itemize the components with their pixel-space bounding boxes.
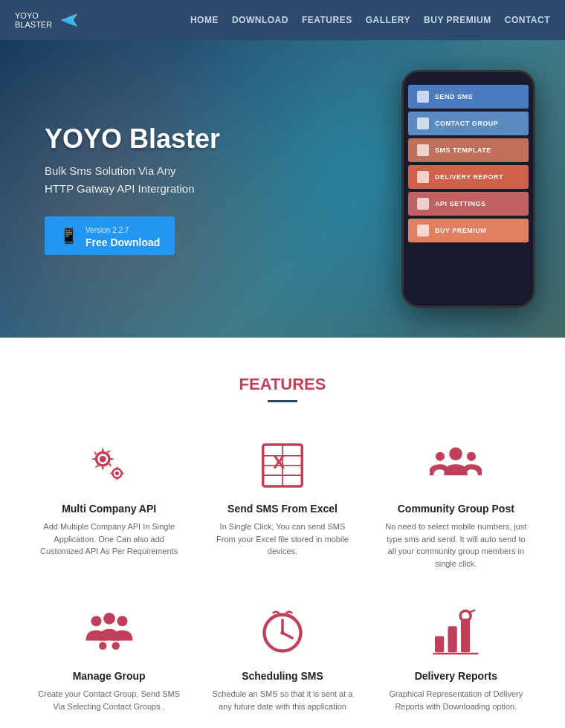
hero-section: YOYO Blaster Bulk Sms Solution Via Any H…	[0, 40, 565, 338]
manage-group-icon	[83, 607, 135, 659]
sms-icon	[417, 91, 429, 103]
nav-contact[interactable]: CONTACT	[505, 15, 550, 25]
phone-menu-sms-template: SMS TEMPLATE	[408, 138, 529, 162]
feature-delivery-reports-name: Delivery Reports	[384, 670, 528, 682]
feature-delivery-reports: Delivery Reports Graphical Representatio…	[377, 599, 535, 720]
download-label: Free Download	[85, 236, 160, 248]
download-version: Version 2.2.7	[85, 226, 129, 234]
svg-rect-24	[435, 636, 444, 652]
download-phone-icon: 📱	[59, 227, 78, 245]
feature-multi-company-name: Multi Company API	[37, 503, 181, 515]
hero-title: YOYO Blaster	[45, 123, 431, 155]
chart-icon	[430, 607, 482, 659]
svg-point-23	[280, 631, 284, 634]
svg-point-12	[450, 448, 463, 461]
nav-links: HOME DOWNLOAD FEATURES GALLERY BUY PREMI…	[190, 15, 550, 25]
brand-logo-icon	[58, 9, 80, 31]
feature-scheduling-desc: Schedule an SMS so that it is sent at a …	[210, 688, 354, 712]
phone-menu-delivery-label: DELIVERY REPORT	[435, 173, 503, 181]
feature-community-name: Community Group Post	[384, 503, 528, 515]
features-grid: Multi Company API Add Multiple Company A…	[30, 432, 535, 720]
hero-content: YOYO Blaster Bulk Sms Solution Via Any H…	[0, 123, 431, 255]
nav-features[interactable]: FEATURES	[302, 15, 352, 25]
phone-menu-api-label: API SETTINGS	[435, 200, 486, 207]
hero-subtitle-line2: HTTP Gatway API Intergration	[45, 182, 194, 195]
svg-point-15	[91, 616, 101, 626]
phone-menu-send-sms: SEND SMS	[408, 85, 529, 109]
svg-point-16	[103, 613, 115, 625]
delivery-icon	[417, 171, 429, 183]
navbar: YOYO BLASTER HOME DOWNLOAD FEATURES GALL…	[0, 0, 565, 40]
hero-subtitle-line1: Bulk Sms Solution Via Any	[45, 164, 175, 177]
phone-menu-buy-premium: BUY PREMIUM	[408, 219, 529, 242]
download-button[interactable]: 📱 Version 2.2.7 Free Download	[45, 216, 175, 255]
phone-menu-send-label: SEND SMS	[435, 93, 473, 100]
feature-send-sms-excel: X Send SMS From Excel In Single Click, Y…	[203, 432, 361, 577]
phone-menu-premium-label: BUY PREMIUM	[435, 227, 486, 234]
svg-point-19	[112, 642, 120, 650]
nav-home[interactable]: HOME	[190, 15, 219, 25]
phone-screen: SEND SMS CONTACT GROUP SMS TEMPLATE DELI…	[404, 72, 533, 306]
features-section: FEATURES	[0, 338, 565, 728]
feature-manage-group-desc: Create your Contact Group, Send SMS Via …	[37, 688, 181, 712]
gear-icon	[83, 439, 135, 492]
api-icon	[417, 198, 429, 210]
svg-point-17	[117, 616, 127, 626]
svg-rect-26	[461, 619, 470, 653]
feature-multi-company-api: Multi Company API Add Multiple Company A…	[30, 432, 188, 577]
phone-menu-contact-label: CONTACT GROUP	[435, 120, 498, 127]
contact-icon	[417, 117, 429, 129]
brand-line2: BLASTER	[15, 20, 52, 29]
svg-rect-25	[448, 626, 457, 652]
group-icon	[430, 439, 482, 492]
feature-community-group: Community Group Post No need to select m…	[377, 432, 535, 577]
phone-mockup: SEND SMS CONTACT GROUP SMS TEMPLATE DELI…	[401, 70, 535, 308]
feature-delivery-reports-desc: Graphical Representation of Delivery Rep…	[384, 688, 528, 712]
phone-menu-api-settings: API SETTINGS	[408, 192, 529, 216]
svg-point-5	[115, 471, 119, 475]
brand-line1: YOYO	[15, 11, 52, 20]
features-underline	[268, 400, 297, 402]
clock-icon	[256, 607, 309, 659]
hero-subtitle: Bulk Sms Solution Via Any HTTP Gatway AP…	[45, 162, 431, 198]
brand-text: YOYO BLASTER	[15, 11, 52, 29]
svg-point-13	[436, 452, 445, 461]
nav-buy-premium[interactable]: BUY PREMIUM	[424, 15, 491, 25]
svg-point-3	[100, 456, 106, 463]
excel-icon: X	[256, 439, 309, 492]
phone-menu-contact-group: CONTACT GROUP	[408, 112, 529, 135]
feature-excel-desc: In Single Click, You can send SMS From y…	[210, 521, 354, 558]
premium-icon	[417, 225, 429, 236]
nav-gallery[interactable]: GALLERY	[366, 15, 410, 25]
phone-menu-delivery-report: DELIVERY REPORT	[408, 165, 529, 189]
feature-manage-group-name: Manage Group	[37, 670, 181, 682]
feature-excel-name: Send SMS From Excel	[210, 503, 354, 515]
template-icon	[417, 144, 429, 156]
feature-scheduling-name: Scheduling SMS	[210, 670, 354, 682]
svg-point-14	[467, 452, 476, 461]
svg-point-18	[99, 642, 107, 650]
feature-community-desc: No need to select mobile numbers, just t…	[384, 521, 528, 570]
brand: YOYO BLASTER	[15, 9, 80, 31]
features-section-title: FEATURES	[30, 375, 535, 394]
nav-download[interactable]: DOWNLOAD	[232, 15, 288, 25]
feature-multi-company-desc: Add Multiple Company API In Single Appli…	[37, 521, 181, 558]
feature-manage-group: Manage Group Create your Contact Group, …	[30, 599, 188, 720]
feature-scheduling-sms: Scheduling SMS Schedule an SMS so that i…	[203, 599, 361, 720]
download-btn-text: Version 2.2.7 Free Download	[85, 222, 160, 249]
phone-menu-template-label: SMS TEMPLATE	[435, 146, 491, 154]
